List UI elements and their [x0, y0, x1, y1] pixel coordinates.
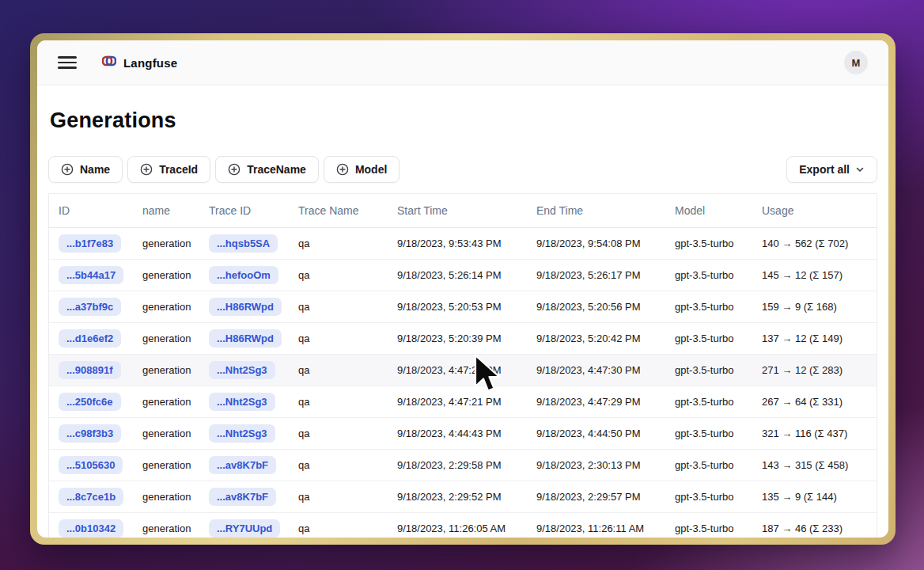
trace-id-badge[interactable]: ...RY7UUpd — [209, 519, 280, 538]
page-title: Generations — [50, 108, 876, 133]
table-row[interactable]: ...b1f7e83generation...hqsb5SAqa9/18/202… — [49, 227, 877, 259]
table-header-row: IDnameTrace IDTrace NameStart TimeEnd Ti… — [49, 194, 877, 227]
start-time: 9/18/2023, 9:53:43 PM — [388, 227, 527, 259]
trace-id-badge[interactable]: ...Nht2Sg3 — [209, 361, 275, 379]
brand[interactable]: Langfuse — [102, 55, 177, 70]
model-name: gpt-3.5-turbo — [665, 322, 752, 354]
model-name: gpt-3.5-turbo — [665, 481, 752, 512]
end-time: 9/18/2023, 4:47:30 PM — [527, 354, 665, 386]
generation-id-badge[interactable]: ...5b44a17 — [59, 266, 123, 284]
generation-name: generation — [133, 449, 199, 481]
brand-name: Langfuse — [123, 56, 177, 70]
plus-circle-icon — [228, 163, 240, 176]
table-row[interactable]: ...908891fgeneration...Nht2Sg3qa9/18/202… — [49, 354, 877, 386]
table-row[interactable]: ...0b10342generation...RY7UUpdqa9/18/202… — [49, 512, 877, 538]
trace-id-badge[interactable]: ...av8K7bF — [209, 488, 276, 506]
generations-table: IDnameTrace IDTrace NameStart TimeEnd Ti… — [49, 194, 877, 538]
trace-id-badge[interactable]: ...H86RWpd — [209, 329, 282, 348]
generation-id-badge[interactable]: ...a37bf9c — [59, 298, 121, 316]
table-row[interactable]: ...d1e6ef2generation...H86RWpdqa9/18/202… — [49, 322, 877, 354]
trace-name: qa — [289, 227, 388, 259]
generation-name: generation — [133, 291, 199, 322]
start-time: 9/18/2023, 5:26:14 PM — [388, 259, 527, 291]
trace-id-badge[interactable]: ...H86RWpd — [209, 298, 282, 316]
trace-name: qa — [289, 512, 388, 538]
filter-label: Name — [80, 163, 110, 176]
toolbar: NameTraceIdTraceNameModel Export all — [48, 156, 877, 183]
end-time: 9/18/2023, 9:54:08 PM — [527, 227, 665, 259]
start-time: 9/18/2023, 2:29:52 PM — [388, 481, 527, 512]
end-time: 9/18/2023, 4:47:29 PM — [527, 386, 665, 417]
generation-id-badge[interactable]: ...c98f3b3 — [59, 424, 121, 443]
filter-button-name[interactable]: Name — [48, 156, 123, 183]
column-header: End Time — [527, 194, 665, 227]
token-usage: 140 → 562 (Σ 702) — [752, 227, 877, 259]
trace-name: qa — [289, 481, 388, 512]
generation-id-badge[interactable]: ...d1e6ef2 — [59, 329, 121, 348]
generation-id-badge[interactable]: ...b1f7e83 — [59, 234, 121, 253]
token-usage: 321 → 116 (Σ 437) — [752, 417, 877, 449]
trace-id-badge[interactable]: ...Nht2Sg3 — [209, 393, 275, 411]
app-window: Langfuse M Generations NameTraceIdTraceN… — [37, 40, 888, 538]
start-time: 9/18/2023, 4:47:21 PM — [388, 386, 527, 417]
model-name: gpt-3.5-turbo — [665, 227, 752, 259]
column-header: Model — [665, 194, 752, 227]
generation-name: generation — [133, 481, 199, 512]
trace-name: qa — [289, 322, 388, 354]
end-time: 9/18/2023, 5:26:17 PM — [527, 259, 665, 291]
user-avatar[interactable]: M — [844, 51, 868, 74]
main-content: Generations NameTraceIdTraceNameModel Ex… — [37, 86, 888, 538]
table-row[interactable]: ...a37bf9cgeneration...H86RWpdqa9/18/202… — [49, 291, 877, 322]
generation-name: generation — [133, 386, 199, 417]
token-usage: 271 → 12 (Σ 283) — [752, 354, 877, 386]
generation-name: generation — [133, 417, 199, 449]
generation-name: generation — [133, 512, 199, 538]
hamburger-menu-icon[interactable] — [58, 56, 77, 69]
generation-id-badge[interactable]: ...0b10342 — [59, 519, 123, 538]
table-row[interactable]: ...c98f3b3generation...Nht2Sg3qa9/18/202… — [49, 417, 877, 449]
token-usage: 135 → 9 (Σ 144) — [752, 481, 877, 512]
filter-button-model[interactable]: Model — [324, 156, 400, 183]
table-row[interactable]: ...5b44a17generation...hefooOmqa9/18/202… — [49, 259, 877, 291]
filter-button-tracename[interactable]: TraceName — [215, 156, 319, 183]
app-bar: Langfuse M — [37, 40, 888, 86]
model-name: gpt-3.5-turbo — [665, 449, 752, 481]
model-name: gpt-3.5-turbo — [665, 354, 752, 386]
table-row[interactable]: ...250fc6egeneration...Nht2Sg3qa9/18/202… — [49, 386, 877, 417]
filter-label: TraceName — [247, 163, 306, 176]
end-time: 9/18/2023, 2:29:57 PM — [527, 481, 665, 512]
plus-circle-icon — [61, 163, 74, 176]
token-usage: 145 → 12 (Σ 157) — [752, 259, 877, 291]
generation-name: generation — [133, 259, 199, 291]
trace-name: qa — [289, 386, 388, 417]
start-time: 9/18/2023, 4:44:43 PM — [388, 417, 527, 449]
trace-name: qa — [289, 259, 388, 291]
start-time: 9/18/2023, 4:47:23 PM — [388, 354, 527, 386]
trace-name: qa — [289, 354, 388, 386]
start-time: 9/18/2023, 2:29:58 PM — [388, 449, 527, 481]
filter-label: Model — [355, 163, 387, 176]
table-row[interactable]: ...5105630generation...av8K7bFqa9/18/202… — [49, 449, 877, 481]
token-usage: 267 → 64 (Σ 331) — [752, 386, 877, 417]
table-row[interactable]: ...8c7ce1bgeneration...av8K7bFqa9/18/202… — [49, 481, 877, 512]
trace-id-badge[interactable]: ...hqsb5SA — [209, 234, 278, 253]
end-time: 9/18/2023, 4:44:50 PM — [527, 417, 665, 449]
generation-id-badge[interactable]: ...5105630 — [59, 456, 123, 474]
langfuse-knot-logo-icon — [102, 55, 116, 70]
filter-button-traceid[interactable]: TraceId — [127, 156, 210, 183]
start-time: 9/18/2023, 11:26:05 AM — [388, 512, 527, 538]
trace-id-badge[interactable]: ...hefooOm — [209, 266, 278, 284]
generation-id-badge[interactable]: ...250fc6e — [59, 393, 121, 411]
trace-name: qa — [289, 291, 388, 322]
trace-name: qa — [289, 449, 388, 481]
column-header: Trace ID — [199, 194, 289, 227]
trace-id-badge[interactable]: ...Nht2Sg3 — [209, 424, 275, 443]
export-all-label: Export all — [799, 163, 850, 176]
start-time: 9/18/2023, 5:20:53 PM — [388, 291, 527, 322]
generation-id-badge[interactable]: ...8c7ce1b — [59, 488, 123, 506]
start-time: 9/18/2023, 5:20:39 PM — [388, 322, 527, 354]
column-header: Trace Name — [289, 194, 388, 227]
trace-id-badge[interactable]: ...av8K7bF — [209, 456, 276, 474]
export-all-button[interactable]: Export all — [786, 156, 877, 183]
generation-id-badge[interactable]: ...908891f — [59, 361, 121, 379]
